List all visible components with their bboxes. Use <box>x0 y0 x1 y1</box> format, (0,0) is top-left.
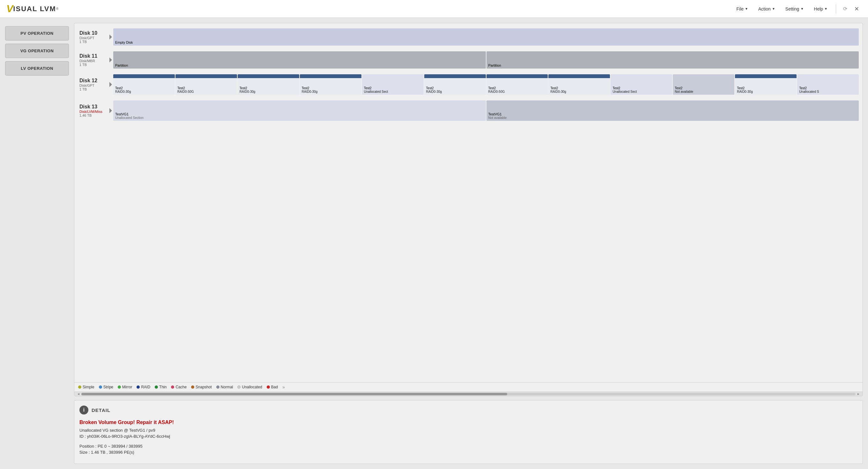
disk-map-panel: Disk 10 Disk/GPT 1 TB Empty Disk Disk 11 <box>74 23 863 396</box>
lv-operation-button[interactable]: LV OPERATION <box>5 61 69 75</box>
disk-row: Disk 12 Disk/GPT 1 TB Test2 RAID0-30g <box>74 72 863 97</box>
logo-registered: ® <box>56 7 58 10</box>
legend-raid: RAID <box>136 385 150 389</box>
disk-size: 1.46 TB <box>80 113 110 117</box>
info-icon: i <box>80 406 88 414</box>
disk-partitions-12: Test2 RAID0-30g Test2 RAID0-50G Test2 RA… <box>112 73 860 96</box>
menu-help[interactable]: Help ▼ <box>809 4 832 14</box>
horizontal-scrollbar[interactable]: ◄ ► <box>74 392 863 396</box>
disk-name: Disk 11 <box>80 53 110 59</box>
disk-name: Disk 10 <box>80 30 110 36</box>
disk-type-red: Disk/LVM/Miss <box>80 110 110 113</box>
partition[interactable]: Test2 Unallocated Sect <box>611 74 672 95</box>
disk-type: Disk/GPT <box>80 36 110 40</box>
disk-row: Disk 10 Disk/GPT 1 TB Empty Disk <box>74 26 863 48</box>
legend-bar: Simple Stripe Mirror RAID Thin <box>74 382 863 392</box>
menu-file[interactable]: File ▼ <box>732 4 752 14</box>
disk-label-12: Disk 12 Disk/GPT 1 TB <box>77 73 112 96</box>
refresh-button[interactable]: ⟳ <box>840 4 850 14</box>
disk-row: Disk 11 Disk/MBR 1 TB Partition Partitio… <box>74 49 863 71</box>
legend-dot-thin <box>155 386 158 389</box>
legend-snapshot: Snapshot <box>191 385 212 389</box>
menu-action[interactable]: Action ▼ <box>754 4 780 14</box>
legend-dot-normal <box>216 386 219 389</box>
legend-dot-cache <box>171 386 174 389</box>
legend-dot-stripe <box>99 386 102 389</box>
logo-v: V <box>6 3 13 15</box>
nav-separator <box>836 4 836 14</box>
partition[interactable]: Test2 RAID0-50G <box>176 74 237 95</box>
scroll-thumb <box>81 393 507 395</box>
vg-operation-button[interactable]: VG OPERATION <box>5 44 69 58</box>
header: V ISUAL LVM ® File ▼ Action ▼ Setting ▼ … <box>0 0 868 18</box>
partition-label: Partition <box>488 63 857 67</box>
logo: V ISUAL LVM ® <box>6 3 58 15</box>
partition[interactable]: Partition <box>113 51 486 69</box>
disk-partitions-10: Empty Disk <box>112 27 860 47</box>
detail-spacer <box>80 440 858 444</box>
partition[interactable]: Test2 RAID0-30g <box>238 74 299 95</box>
detail-line-5: Size : 1.46 TB , 383996 PE(s) <box>80 450 858 455</box>
detail-line-2: ID : yh03iK-06Lo-9RO3-zgIA-BLYg-AYdC-6cc… <box>80 434 858 439</box>
partition[interactable]: Test2 Unallocated Sect <box>362 74 424 95</box>
detail-header: i DETAIL <box>80 406 858 414</box>
partition[interactable]: Partition <box>487 51 859 69</box>
legend-stripe: Stripe <box>99 385 113 389</box>
pv-operation-button[interactable]: PV OPERATION <box>5 26 69 40</box>
menu-setting[interactable]: Setting ▼ <box>781 4 808 14</box>
detail-line-4: Position : PE 0 ~ 383994 / 383995 <box>80 444 858 448</box>
partition-unallocated[interactable]: TestVG1 Unallocated Section <box>113 100 486 121</box>
legend-dot-simple <box>78 386 81 389</box>
legend-dot-bad <box>267 386 270 389</box>
scroll-track[interactable] <box>81 393 856 395</box>
disk-label-11: Disk 11 Disk/MBR 1 TB <box>77 50 112 70</box>
disk-partitions-13: TestVG1 Unallocated Section TestVG1 Not … <box>112 99 860 122</box>
partition[interactable]: Test2 RAID0-30g <box>300 74 362 95</box>
disk-name: Disk 13 <box>80 104 110 110</box>
partition[interactable]: Test2 Not available <box>673 74 734 95</box>
legend-dot-unallocated <box>237 386 241 389</box>
disk-type: Disk/GPT <box>80 83 110 87</box>
disk-map-scroll[interactable]: Disk 10 Disk/GPT 1 TB Empty Disk Disk 11 <box>74 23 863 382</box>
partition-label: Empty Disk <box>115 40 857 44</box>
partition[interactable]: Test2 RAID0-50G <box>487 74 548 95</box>
legend-cache: Cache <box>171 385 187 389</box>
disk-size: 1 TB <box>80 63 110 67</box>
logo-text: ISUAL LVM <box>13 5 56 13</box>
legend-dot-raid <box>136 386 140 389</box>
partition[interactable]: Test2 RAID0-30g <box>548 74 610 95</box>
legend-normal: Normal <box>216 385 233 389</box>
legend-simple: Simple <box>78 385 94 389</box>
partition[interactable]: Test2 RAID0-30g <box>424 74 486 95</box>
partition[interactable]: Test2 Unallocated S <box>797 74 859 95</box>
chevron-down-icon: ▼ <box>745 7 748 10</box>
disk-name: Disk 12 <box>80 78 110 83</box>
legend-bad: Bad <box>267 385 278 389</box>
detail-title: DETAIL <box>92 407 111 413</box>
broken-message: Broken Volume Group! Repair it ASAP! <box>80 420 858 425</box>
disk-size: 1 TB <box>80 40 110 44</box>
scroll-left-arrow[interactable]: ◄ <box>77 392 80 396</box>
partition-empty[interactable]: Empty Disk <box>113 28 859 45</box>
legend-mirror: Mirror <box>118 385 132 389</box>
sidebar: PV OPERATION VG OPERATION LV OPERATION <box>5 23 69 464</box>
detail-line-1: Unallocated VG section @ TestVG1 / pv9 <box>80 428 858 433</box>
chevron-down-icon: ▼ <box>824 7 828 10</box>
partition[interactable]: Test2 RAID0-30g <box>113 74 175 95</box>
partition-label: Partition <box>115 63 484 67</box>
chevron-down-icon: ▼ <box>800 7 804 10</box>
disk-partitions-11: Partition Partition <box>112 50 860 70</box>
legend-dot-snapshot <box>191 386 194 389</box>
chevron-down-icon: ▼ <box>772 7 775 10</box>
partition-not-available[interactable]: TestVG1 Not available <box>487 100 859 121</box>
partition[interactable]: Test2 RAID0-30g <box>735 74 797 95</box>
content-area: Disk 10 Disk/GPT 1 TB Empty Disk Disk 11 <box>74 23 863 464</box>
main-layout: PV OPERATION VG OPERATION LV OPERATION D… <box>0 18 868 469</box>
legend-dot-mirror <box>118 386 121 389</box>
legend-overflow-icon[interactable]: » <box>282 384 285 390</box>
close-button[interactable]: ✕ <box>851 4 862 14</box>
scroll-right-arrow[interactable]: ► <box>857 392 860 396</box>
legend-thin: Thin <box>155 385 166 389</box>
disk-label-13: Disk 13 Disk/LVM/Miss 1.46 TB <box>77 99 112 122</box>
disk-type: Disk/MBR <box>80 59 110 63</box>
